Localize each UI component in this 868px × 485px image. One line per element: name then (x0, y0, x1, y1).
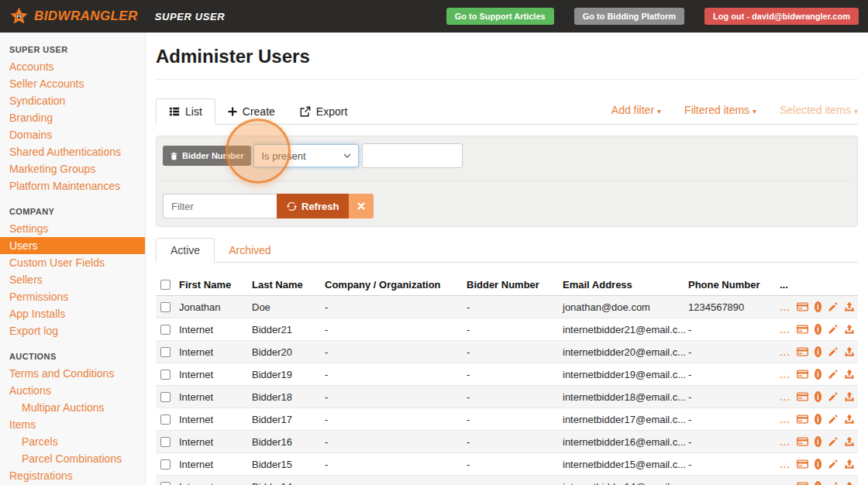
row-more-button[interactable]: ... (780, 414, 790, 425)
support-articles-button[interactable]: Go to Support Articles (446, 8, 554, 25)
cell-first-name: Internet (176, 363, 249, 386)
upload-icon[interactable] (844, 301, 855, 312)
cell-last-name: Bidder16 (249, 431, 322, 453)
filtered-items-dropdown[interactable]: Filtered items▾ (684, 104, 756, 116)
sidebar-item-syndication[interactable]: Syndication (0, 92, 145, 109)
filter-value-input[interactable] (362, 143, 463, 168)
upload-icon[interactable] (844, 414, 855, 425)
info-icon[interactable]: i (815, 481, 822, 485)
card-icon[interactable] (797, 459, 808, 469)
refresh-icon (287, 201, 297, 212)
card-icon[interactable] (797, 414, 808, 424)
row-more-button[interactable]: ... (780, 324, 790, 335)
row-checkbox[interactable] (160, 414, 170, 425)
row-checkbox[interactable] (160, 302, 170, 312)
card-icon[interactable] (797, 392, 808, 401)
sidebar-item-parcel-combinations[interactable]: Parcel Combinations (0, 450, 145, 467)
row-checkbox[interactable] (160, 482, 170, 485)
sidebar-item-export-log[interactable]: Export log (0, 322, 145, 339)
pencil-icon[interactable] (828, 392, 838, 402)
pencil-icon[interactable] (828, 347, 838, 357)
row-more-button[interactable]: ... (780, 459, 790, 470)
upload-icon[interactable] (844, 436, 855, 447)
row-checkbox[interactable] (160, 459, 170, 470)
row-checkbox[interactable] (160, 437, 170, 447)
list-icon (169, 106, 180, 117)
info-icon[interactable]: i (815, 301, 822, 312)
bidder-number-filter-chip[interactable]: Bidder Number (163, 146, 251, 166)
card-icon[interactable] (797, 347, 808, 356)
pencil-icon[interactable] (828, 325, 838, 335)
sidebar-item-terms-and-conditions[interactable]: Terms and Conditions (0, 365, 145, 382)
sidebar-item-auctions[interactable]: Auctions (0, 382, 145, 399)
sidebar-item-users[interactable]: Users (0, 237, 145, 254)
sidebar-item-domains[interactable]: Domains (0, 126, 145, 143)
row-checkbox[interactable] (160, 347, 170, 357)
quick-filter-input[interactable] (163, 194, 277, 218)
select-all-checkbox[interactable] (160, 280, 170, 290)
sidebar-item-app-installs[interactable]: App Installs (0, 305, 145, 322)
sidebar-item-permissions[interactable]: Permissions (0, 288, 145, 305)
info-icon[interactable]: i (815, 391, 822, 402)
bidwrangler-logo[interactable]: BidWrangler (9, 7, 138, 26)
row-checkbox[interactable] (160, 392, 170, 402)
info-icon[interactable]: i (815, 459, 822, 470)
clear-filter-button[interactable] (349, 194, 374, 218)
sidebar-item-shared-authentications[interactable]: Shared Authentications (0, 143, 145, 160)
cell-email: internetbidder21@email.c... (560, 318, 685, 341)
pencil-icon[interactable] (828, 302, 838, 312)
upload-icon[interactable] (844, 324, 855, 335)
sidebar-item-seller-accounts[interactable]: Seller Accounts (0, 75, 145, 92)
info-icon[interactable]: i (815, 369, 822, 380)
sidebar-item-registrations[interactable]: Registrations (0, 467, 145, 484)
sidebar-item-parcels[interactable]: Parcels (0, 433, 145, 450)
row-more-button[interactable]: ... (780, 391, 790, 403)
row-more-button[interactable]: ... (780, 346, 790, 358)
card-icon[interactable] (797, 437, 808, 446)
sidebar-item-accounts[interactable]: Accounts (0, 58, 145, 75)
info-icon[interactable]: i (815, 324, 822, 335)
pencil-icon[interactable] (828, 414, 838, 425)
row-more-button[interactable]: ... (780, 481, 790, 485)
tab-export[interactable]: Export (288, 99, 360, 124)
info-icon[interactable]: i (815, 436, 822, 447)
logout-button[interactable]: Log out - david@bidwrangler.com (704, 8, 859, 25)
tab-active[interactable]: Active (156, 238, 215, 263)
upload-icon[interactable] (844, 459, 855, 470)
tab-create[interactable]: Create (215, 99, 288, 124)
upload-icon[interactable] (844, 481, 855, 485)
card-icon[interactable] (797, 325, 808, 334)
tab-archived[interactable]: Archived (215, 239, 284, 262)
sidebar-item-branding[interactable]: Branding (0, 109, 145, 126)
sidebar-item-marketing-groups[interactable]: Marketing Groups (0, 160, 145, 177)
row-more-button[interactable]: ... (780, 301, 790, 313)
tab-list[interactable]: List (156, 98, 215, 125)
row-checkbox[interactable] (160, 370, 170, 380)
sidebar-item-settings[interactable]: Settings (0, 220, 145, 237)
card-icon[interactable] (797, 370, 808, 379)
pencil-icon[interactable] (828, 482, 838, 485)
info-icon[interactable]: i (815, 414, 822, 425)
bidding-platform-button[interactable]: Go to Bidding Platform (574, 8, 684, 25)
sidebar-item-platform-maintenances[interactable]: Platform Maintenances (0, 177, 145, 194)
cell-bidder-number: - (463, 296, 560, 318)
sidebar-item-multipar-auctions[interactable]: Multipar Auctions (0, 399, 145, 416)
upload-icon[interactable] (844, 369, 855, 380)
operator-select[interactable]: Is present (253, 144, 359, 167)
card-icon[interactable] (797, 302, 808, 311)
pencil-icon[interactable] (828, 459, 838, 470)
sidebar-item-custom-user-fields[interactable]: Custom User Fields (0, 254, 145, 271)
sidebar-item-items[interactable]: Items (0, 416, 145, 433)
pencil-icon[interactable] (828, 437, 838, 447)
add-filter-dropdown[interactable]: Add filter▾ (611, 104, 661, 116)
refresh-button[interactable]: Refresh (277, 194, 349, 218)
upload-icon[interactable] (844, 346, 855, 357)
upload-icon[interactable] (844, 391, 855, 402)
row-checkbox[interactable] (160, 325, 170, 335)
row-more-button[interactable]: ... (780, 436, 790, 448)
sidebar-item-sellers[interactable]: Sellers (0, 271, 145, 288)
row-more-button[interactable]: ... (780, 369, 790, 380)
pencil-icon[interactable] (828, 370, 838, 380)
info-icon[interactable]: i (815, 346, 822, 357)
card-icon[interactable] (797, 482, 808, 485)
